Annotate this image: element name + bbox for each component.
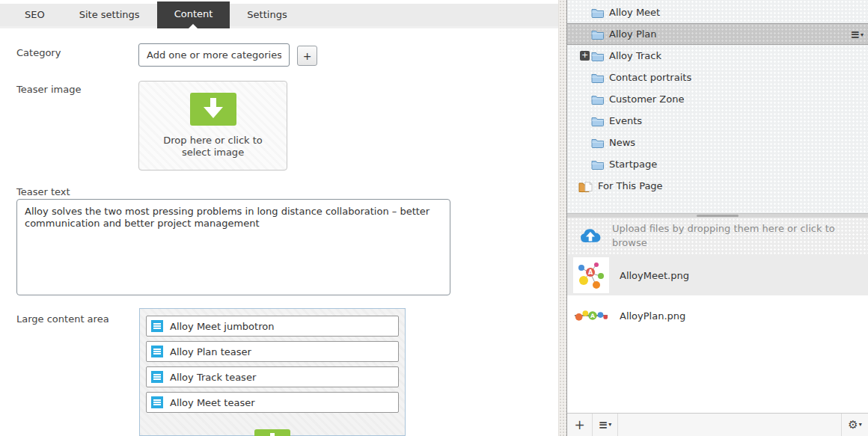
- tree-item-for-this-page[interactable]: For This Page: [567, 175, 868, 197]
- tree-item-label: Contact portraits: [609, 72, 691, 83]
- tree-item-label: Events: [609, 115, 642, 126]
- content-block[interactable]: Alloy Meet jumbotron: [146, 316, 399, 337]
- folder-icon: [591, 7, 605, 18]
- tab-seo[interactable]: SEO: [7, 4, 62, 26]
- folder-icon: [591, 138, 605, 148]
- category-label: Category: [16, 47, 61, 58]
- gear-icon: ⚙: [848, 418, 858, 432]
- file-item[interactable]: A AlloyPlan.png: [567, 295, 868, 336]
- upload-cloud-icon: [579, 227, 602, 246]
- context-menu-icon[interactable]: ≡▾: [850, 24, 864, 46]
- category-input[interactable]: [138, 43, 290, 67]
- tab-bar: SEO Site settings Content Settings: [0, 0, 558, 30]
- splitter-grip: [697, 215, 739, 217]
- folder-icon: [591, 51, 605, 61]
- block-icon: [151, 320, 163, 332]
- content-area-drop-icon: [146, 429, 399, 436]
- large-content-area[interactable]: Alloy Meet jumbotron Alloy Plan teaser A…: [139, 308, 406, 436]
- tree-item-folder[interactable]: Customer Zone: [567, 88, 868, 110]
- block-icon: [151, 371, 163, 383]
- svg-text:A: A: [590, 313, 595, 319]
- tree-item-label: News: [609, 137, 635, 148]
- folder-icon: [591, 73, 605, 83]
- tree-item-folder[interactable]: Startpage: [567, 153, 868, 175]
- teaser-image-dropzone[interactable]: Drop here or click to select image: [138, 81, 287, 171]
- drop-arrow-icon: [190, 93, 236, 128]
- content-block-label: Alloy Plan teaser: [170, 346, 251, 357]
- teaser-text-input[interactable]: Alloy solves the two most pressing probl…: [16, 199, 450, 295]
- content-block-label: Alloy Meet jumbotron: [170, 321, 274, 332]
- content-block-label: Alloy Meet teaser: [170, 397, 255, 408]
- file-list: A AlloyMeet.png A Al: [567, 255, 868, 413]
- svg-text:A: A: [588, 269, 593, 276]
- tree-item-label: Alloy Meet: [609, 7, 660, 18]
- tree-item-label: Customer Zone: [609, 93, 684, 105]
- block-icon: [151, 396, 163, 408]
- folder-icon: [591, 159, 605, 170]
- chevron-down-icon: ▾: [608, 422, 611, 428]
- add-content-button[interactable]: +: [567, 414, 593, 436]
- list-options-button[interactable]: ≡ ▾: [593, 414, 618, 436]
- content-area-label: Large content area: [16, 313, 109, 325]
- content-block[interactable]: Alloy Plan teaser: [146, 341, 399, 362]
- tree-item-label: For This Page: [598, 180, 663, 191]
- content-block[interactable]: Alloy Meet teaser: [146, 392, 399, 413]
- upload-dropzone[interactable]: Upload files by dropping them here or cl…: [567, 218, 868, 255]
- tree-item-label: Alloy Plan: [609, 28, 657, 40]
- chevron-down-icon: ▾: [859, 422, 862, 428]
- tree-item-label: Alloy Track: [609, 50, 661, 61]
- file-thumbnail: A: [573, 257, 609, 293]
- teaser-text-label: Teaser text: [16, 186, 70, 197]
- folder-icon: [591, 116, 605, 126]
- tree-item-folder[interactable]: News: [567, 132, 868, 153]
- folder-icon: [591, 29, 605, 40]
- main-scrollbar[interactable]: [558, 0, 566, 436]
- for-this-page-icon: [578, 181, 593, 191]
- folder-icon: [591, 94, 605, 105]
- upload-text: Upload files by dropping them here or cl…: [612, 222, 844, 251]
- settings-gear-button[interactable]: ⚙ ▾: [841, 414, 868, 436]
- content-block-label: Alloy Track teaser: [170, 372, 256, 383]
- tree-item-folder[interactable]: Contact portraits: [567, 67, 868, 88]
- assets-toolbar: + ≡ ▾ ⚙ ▾: [567, 413, 868, 436]
- tree-item-folder[interactable]: Events: [567, 110, 868, 132]
- tree-item-folder[interactable]: + Alloy Track: [567, 45, 868, 67]
- expand-icon[interactable]: +: [580, 51, 590, 61]
- file-name: AlloyMeet.png: [620, 270, 689, 281]
- teaser-image-label: Teaser image: [16, 84, 81, 95]
- add-category-button[interactable]: +: [297, 46, 317, 66]
- block-icon: [151, 346, 163, 357]
- content-block[interactable]: Alloy Track teaser: [146, 366, 399, 387]
- app-window: SEO Site settings Content Settings Categ…: [0, 0, 868, 436]
- menu-icon: ≡: [599, 418, 608, 432]
- dropzone-text: Drop here or click to select image: [157, 135, 269, 159]
- folder-tree: Alloy Meet Alloy Plan ≡▾ + Alloy Track: [567, 1, 868, 197]
- file-item[interactable]: A AlloyMeet.png: [567, 255, 868, 295]
- tree-item-folder-selected[interactable]: Alloy Plan ≡▾: [567, 23, 868, 45]
- content-editor-panel: SEO Site settings Content Settings Categ…: [0, 0, 558, 436]
- file-thumbnail: A: [573, 298, 609, 334]
- tree-item-folder[interactable]: Alloy Meet: [567, 1, 868, 23]
- file-name: AlloyPlan.png: [620, 310, 685, 322]
- tab-site-settings[interactable]: Site settings: [62, 4, 157, 26]
- tab-settings[interactable]: Settings: [230, 4, 304, 26]
- tab-content[interactable]: Content: [157, 1, 230, 28]
- assets-pane: Alloy Meet Alloy Plan ≡▾ + Alloy Track: [566, 0, 868, 436]
- tree-item-label: Startpage: [609, 159, 657, 170]
